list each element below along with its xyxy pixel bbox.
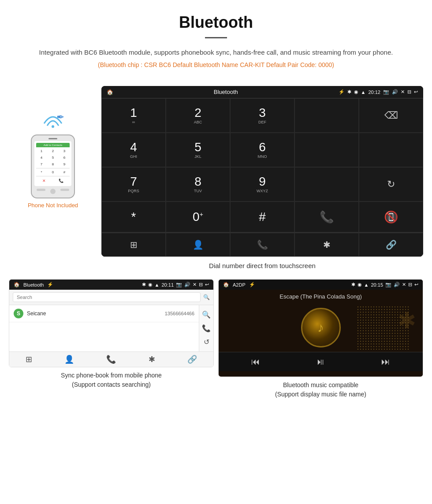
dial-empty-r3c4 (294, 167, 359, 202)
dial-key-5[interactable]: 5 JKL (166, 133, 230, 167)
location-icon: ◉ (354, 89, 358, 95)
title-divider (205, 37, 227, 38)
dial-key-6[interactable]: 6 MNO (230, 133, 294, 167)
dial-key-0[interactable]: 0+ (166, 202, 230, 232)
pb-right-icons: 🔍 📞 ↺ (199, 305, 213, 351)
music-close-icon[interactable]: ✕ (402, 282, 406, 287)
pb-bt-icon: ✱ (142, 282, 146, 287)
pb-cam-icon: 📷 (176, 282, 182, 287)
phonebook-caption: Sync phone-book from mobile phone(Suppor… (9, 371, 214, 389)
dial-tab-settings[interactable]: 🔗 (359, 233, 423, 257)
phone-screen-header: Add to Contacts (36, 143, 70, 147)
dial-tab-contacts[interactable]: 👤 (166, 233, 230, 257)
pb-time: 20:11 (161, 282, 174, 287)
phone-body: Add to Contacts 1 2 3 4 5 6 7 8 9 (31, 134, 75, 198)
dial-tab-calls[interactable]: 📞 (230, 233, 294, 257)
dial-grid: 1 ∞ 2 ABC 3 DEF ⌫ 4 GHI (101, 98, 423, 232)
dial-empty-r2c5 (359, 133, 423, 167)
back-icon[interactable]: ↩ (414, 89, 418, 95)
music-usb-icon: ⚡ (249, 282, 255, 287)
pb-content-area: S Seicane 13566664466 🔍 📞 ↺ (9, 305, 213, 351)
pb-bottom-bt[interactable]: ✱ (149, 355, 155, 364)
dial-key-4[interactable]: 4 GHI (101, 133, 166, 167)
pb-min-icon[interactable]: ⊟ (199, 282, 203, 287)
music-screen: 🏠 A2DP ⚡ ✱ ◉ ▲ 20:15 📷 🔊 ✕ ⊟ ↩ (219, 280, 423, 377)
dial-status-bar: 🏠 Bluetooth ⚡ ✱ ◉ ▲ 20:12 📷 🔊 ✕ ⊟ ↩ (101, 86, 423, 98)
dial-key-3[interactable]: 3 DEF (230, 98, 294, 133)
pb-contact-name: Seicane (27, 310, 161, 317)
pb-back-icon[interactable]: ↩ (205, 282, 209, 287)
music-home-icon[interactable]: 🏠 (223, 282, 229, 287)
music-play-pause-button[interactable]: ⏯ (316, 357, 325, 367)
phonebook-screenshot-block: 🏠 Bluetooth ⚡ ✱ ◉ ▲ 20:11 📷 🔊 ✕ ⊟ ↩ (9, 279, 214, 399)
usb-icon: ⚡ (339, 89, 345, 95)
pb-icon-reload[interactable]: ↺ (204, 335, 209, 349)
home-icon[interactable]: 🏠 (107, 89, 113, 95)
pb-usb-icon: ⚡ (47, 282, 53, 287)
middle-section: ✒ Add to Contacts 1 2 3 4 5 6 7 (0, 86, 432, 275)
pb-contact-list: S Seicane 13566664466 (9, 305, 199, 351)
dial-key-9[interactable]: 9 WXYZ (230, 167, 294, 202)
dial-key-1[interactable]: 1 ∞ (101, 98, 166, 133)
music-wifi-icon: ▲ (364, 282, 369, 287)
pb-search-icon[interactable]: 🔍 (203, 294, 210, 300)
pb-close-icon[interactable]: ✕ (193, 282, 197, 287)
bottom-screenshots: 🏠 Bluetooth ⚡ ✱ ◉ ▲ 20:11 📷 🔊 ✕ ⊟ ↩ (0, 279, 432, 399)
dial-tab-bluetooth[interactable]: ✱ (294, 233, 359, 257)
pb-wifi-icon: ▲ (155, 282, 160, 287)
screen-title-bluetooth: Bluetooth (214, 89, 238, 95)
dial-screen-container: 🏠 Bluetooth ⚡ ✱ ◉ ▲ 20:12 📷 🔊 ✕ ⊟ ↩ (101, 86, 423, 275)
music-time: 20:15 (371, 282, 383, 287)
pb-search-input[interactable] (13, 292, 201, 302)
phone-keypad-row: 1 2 3 (36, 148, 70, 154)
dial-caption: Dial number direct from touchscreen (101, 257, 423, 275)
pb-contact-row[interactable]: S Seicane 13566664466 (9, 305, 199, 322)
pb-icon-call[interactable]: 📞 (202, 321, 211, 335)
dial-key-2[interactable]: 2 ABC (166, 98, 230, 133)
pb-bottom-calls[interactable]: 📞 (106, 355, 116, 364)
wifi-status-icon: ▲ (361, 90, 366, 95)
dial-screen: 🏠 Bluetooth ⚡ ✱ ◉ ▲ 20:12 📷 🔊 ✕ ⊟ ↩ (101, 86, 423, 257)
dial-backspace-button[interactable]: ⌫ (359, 98, 423, 133)
dial-display-empty-2 (294, 133, 359, 167)
pb-contact-avatar: S (14, 309, 23, 318)
dial-key-7[interactable]: 7 PQRS (101, 167, 166, 202)
dial-key-star[interactable]: * (101, 202, 166, 232)
dial-call-button[interactable]: 📞 (294, 202, 359, 232)
pb-icon-search[interactable]: 🔍 (202, 308, 211, 321)
music-next-button[interactable]: ⏭ (381, 357, 390, 367)
volume-icon: 🔊 (392, 89, 398, 95)
music-album-art: ♪ (301, 308, 341, 347)
pb-status-bar: 🏠 Bluetooth ⚡ ✱ ◉ ▲ 20:11 📷 🔊 ✕ ⊟ ↩ (9, 280, 213, 290)
pb-home-icon[interactable]: 🏠 (14, 282, 20, 287)
phonebook-screen: 🏠 Bluetooth ⚡ ✱ ◉ ▲ 20:11 📷 🔊 ✕ ⊟ ↩ (9, 280, 213, 367)
dial-tab-keypad[interactable]: ⊞ (101, 233, 166, 257)
pb-loc-icon: ◉ (148, 282, 153, 287)
bluetooth-icon: ✱ (347, 89, 351, 95)
music-bt-icon: ✱ (351, 282, 355, 287)
music-content: ♪ ✱ (219, 303, 423, 352)
pb-vol-icon: 🔊 (184, 282, 190, 287)
phone-illustration: ✒ Add to Contacts 1 2 3 4 5 6 7 (9, 86, 97, 209)
music-controls: ⏮ ⏯ ⏭ (219, 352, 423, 371)
dial-redial-button[interactable]: ↻ (359, 167, 423, 202)
music-cam-icon: 📷 (385, 282, 391, 287)
minimize-icon[interactable]: ⊟ (407, 89, 411, 95)
page-title: Bluetooth (18, 13, 414, 32)
pb-bottom-keypad[interactable]: ⊞ (26, 355, 32, 364)
dial-end-call-button[interactable]: 📵 (359, 202, 423, 232)
pb-bottom-contacts[interactable]: 👤 (64, 355, 74, 364)
pb-bottom-settings[interactable]: 🔗 (187, 355, 197, 364)
svg-text:✒: ✒ (56, 112, 64, 123)
music-min-icon[interactable]: ⊟ (408, 282, 412, 287)
dial-key-hash[interactable]: # (230, 202, 294, 232)
music-prev-button[interactable]: ⏮ (251, 357, 260, 367)
pb-contact-number: 13566664466 (165, 311, 194, 316)
dial-key-8[interactable]: 8 TUV (166, 167, 230, 202)
phone-screen: Add to Contacts 1 2 3 4 5 6 7 8 9 (34, 141, 71, 186)
music-back-icon[interactable]: ↩ (414, 282, 418, 287)
music-screenshot: 🏠 A2DP ⚡ ✱ ◉ ▲ 20:15 📷 🔊 ✕ ⊟ ↩ (218, 279, 423, 377)
page-description: Integrated with BC6 Bluetooth module, su… (18, 47, 414, 58)
pb-screen-label: Bluetooth (23, 282, 44, 287)
close-icon[interactable]: ✕ (401, 89, 405, 95)
